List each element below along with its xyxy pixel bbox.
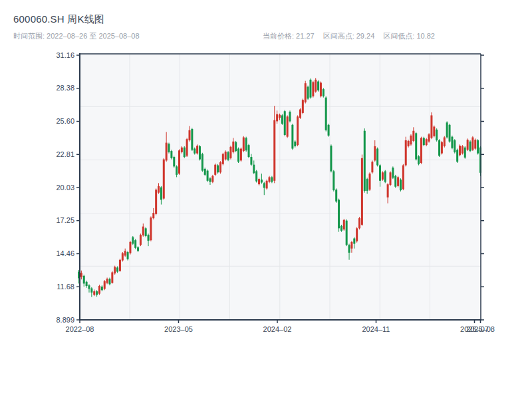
candle-body [168,144,170,152]
candle-body [98,286,100,294]
candle-body [273,120,275,181]
candle-body [382,172,384,180]
candle-body [127,252,129,259]
candle-body [276,114,278,122]
y-tick-label: 11.68 [40,283,74,291]
x-tick-label: 2024–11 [356,325,397,334]
candle-body [449,125,451,142]
candle-body [176,166,178,175]
candle-body [96,291,98,295]
candle-body [464,148,466,158]
candle-body [330,146,332,171]
candle-body [106,279,108,283]
candle-body [111,272,113,283]
candle-body [474,140,476,148]
candle-body [361,158,363,225]
candle-body [104,281,106,289]
candle-body [148,235,150,241]
candle-body [281,115,283,124]
candle-body [266,181,268,189]
candle-body [346,221,348,245]
candle-body [299,110,301,118]
candle-body [160,188,162,200]
candle-body [312,82,314,96]
candle-body [181,148,183,152]
candle-body [150,217,152,240]
candle-body [291,125,293,149]
candle-body [430,115,432,138]
candle-body [397,177,399,186]
candle-body [350,242,352,249]
candle-body [235,142,237,151]
candle-body [369,174,371,190]
candle-body [222,154,224,164]
candle-body [142,227,144,235]
candle-body [348,245,350,253]
candle-body [237,149,239,162]
candle-body [436,130,438,140]
candle-body [323,89,325,96]
candle-body [469,142,471,151]
candle-body [194,149,196,154]
x-tick-label: 2023–05 [158,325,200,334]
candle-body [374,146,376,160]
candle-body [418,156,420,164]
y-tick-label: 22.81 [40,150,74,159]
candle-body [307,87,309,99]
candle-body [173,157,175,166]
candle-body [134,240,136,248]
candle-body [90,289,92,293]
candle-body [477,140,479,154]
candle-body [229,147,231,158]
candle-body [309,80,311,98]
candle-body [227,152,229,160]
candle-body [155,190,157,214]
x-tick-label: 2022–08 [59,325,100,334]
candle-body [101,287,103,290]
candle-body [433,126,435,136]
candle-body [387,184,389,198]
candle-body [405,140,407,166]
candle-body [158,186,160,193]
candle-body [402,166,404,190]
candle-body [122,253,124,261]
candle-body [459,146,461,155]
candle-body [471,138,473,150]
y-tick-label: 31.16 [40,51,74,60]
candle-body [428,134,430,142]
candle-body [129,242,131,253]
candle-body [400,180,402,190]
candle-body [446,122,448,137]
candle-body [340,226,342,231]
candle-body [263,183,265,188]
candle-body [420,138,422,163]
candle-body [166,143,168,161]
candle-body [305,83,307,102]
candle-body [284,111,286,135]
plot-background [80,54,481,320]
candle-body [438,140,440,156]
candle-body [137,247,139,251]
candle-body [114,267,116,273]
candle-body [353,239,355,244]
y-tick-label: 14.46 [40,249,74,258]
candle-body [364,131,366,191]
y-tick-label: 17.25 [40,216,74,225]
candle-body [232,142,234,152]
candle-body [217,166,219,173]
candle-body [108,279,110,284]
candle-body [253,165,255,174]
candle-body [140,235,142,245]
candle-body [119,260,121,271]
candle-body [366,179,368,191]
candle-body [184,148,186,157]
candle-body [269,177,271,182]
candle-body [170,151,172,158]
candle-body [456,150,458,162]
candle-body [132,237,134,244]
candle-body [191,129,193,150]
candle-body [462,146,464,154]
candle-body [261,180,263,182]
candle-body [441,142,443,154]
candle-body [423,138,425,145]
